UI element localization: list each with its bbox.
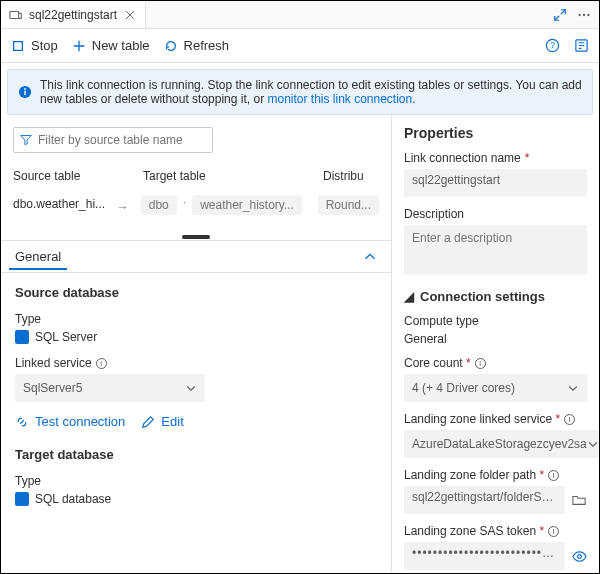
table-row[interactable]: dbo.weather_hi... → dbo · weather_histor… <box>13 188 379 222</box>
svg-rect-4 <box>14 41 23 50</box>
expand-icon[interactable] <box>553 8 567 22</box>
sql-database-icon <box>15 492 29 506</box>
svg-point-3 <box>587 13 589 15</box>
lzfp-label: Landing zone folder pathi <box>404 468 587 482</box>
info-icon[interactable]: i <box>475 358 486 369</box>
info-icon[interactable]: i <box>564 414 575 425</box>
source-db-heading: Source database <box>15 285 377 300</box>
filter-input[interactable] <box>38 133 206 147</box>
plus-icon <box>72 39 86 53</box>
chevron-down-icon <box>587 438 599 450</box>
arrow-icon: → <box>116 200 128 214</box>
tab-title: sql22gettingstart <box>29 8 117 22</box>
edit-button[interactable]: Edit <box>141 414 183 429</box>
svg-text:?: ? <box>550 40 555 50</box>
link-icon <box>15 415 29 429</box>
info-icon[interactable]: i <box>96 358 107 369</box>
target-table: weather_history... <box>192 195 302 215</box>
triangle-down-icon: ◢ <box>404 289 414 304</box>
target-type-label: Type <box>15 474 377 488</box>
svg-rect-9 <box>24 91 25 95</box>
description-input[interactable]: Enter a description <box>404 225 587 275</box>
lzls-label: Landing zone linked servicei <box>404 412 587 426</box>
annotation-circle <box>397 570 517 573</box>
lzls-select[interactable]: AzureDataLakeStoragezcyev2sa <box>404 430 599 458</box>
distribution-value: Round... <box>318 195 379 215</box>
refresh-button[interactable]: Refresh <box>164 38 230 53</box>
compute-type-label: Compute type <box>404 314 587 328</box>
core-count-label: Core counti <box>404 356 587 370</box>
connection-settings-heading[interactable]: ◢ Connection settings <box>404 289 587 304</box>
linked-service-select[interactable]: SqlServer5 <box>15 374 205 402</box>
header-distribution[interactable]: Distribu <box>323 169 379 183</box>
description-label: Description <box>404 207 587 221</box>
source-type-label: Type <box>15 312 377 326</box>
link-name-input[interactable]: sql22gettingstart <box>404 169 587 197</box>
header-source[interactable]: Source table <box>13 169 143 183</box>
svg-point-2 <box>583 13 585 15</box>
properties-heading: Properties <box>404 125 587 141</box>
lzfp-input[interactable]: sql22gettingstart/folderSql22gettin... <box>404 486 565 514</box>
document-tab[interactable]: sql22gettingstart <box>1 1 146 28</box>
folder-icon[interactable] <box>571 492 587 508</box>
link-connection-icon <box>9 8 23 22</box>
svg-point-11 <box>577 554 581 558</box>
lzst-input[interactable]: •••••••••••••••••••••••••••••••••• <box>404 542 565 570</box>
new-table-button[interactable]: New table <box>72 38 150 53</box>
linked-service-label: Linked servicei <box>15 356 377 370</box>
target-schema: dbo <box>141 195 177 215</box>
stop-button[interactable]: Stop <box>11 38 58 53</box>
info-icon[interactable]: i <box>548 470 559 481</box>
eye-icon[interactable] <box>571 548 587 564</box>
tables-grid: Source table Target table Distribu dbo.w… <box>13 165 379 222</box>
lzst-label: Landing zone SAS tokeni <box>404 524 587 538</box>
pencil-icon <box>141 415 155 429</box>
collapse-icon[interactable] <box>363 250 383 264</box>
link-name-label: Link connection name <box>404 151 587 165</box>
svg-rect-0 <box>10 11 19 18</box>
svg-point-1 <box>578 13 580 15</box>
svg-point-10 <box>24 88 26 90</box>
new-table-label: New table <box>92 38 150 53</box>
source-type-value: SQL Server <box>15 330 377 344</box>
target-type-value: SQL database <box>15 492 377 506</box>
core-count-select[interactable]: 4 (+ 4 Driver cores) <box>404 374 587 402</box>
stop-label: Stop <box>31 38 58 53</box>
info-icon <box>18 78 32 106</box>
compute-type-value: General <box>404 332 587 346</box>
banner-text: This link connection is running. Stop th… <box>40 78 582 106</box>
more-menu-icon[interactable] <box>577 8 591 22</box>
filter-input-wrap[interactable] <box>13 127 213 153</box>
info-icon[interactable]: i <box>548 526 559 537</box>
chevron-down-icon <box>185 382 197 394</box>
source-table-name: dbo.weather_hi... <box>13 197 105 211</box>
target-db-heading: Target database <box>15 447 377 462</box>
help-icon[interactable]: ? <box>545 38 560 53</box>
stop-icon <box>11 39 25 53</box>
refresh-icon <box>164 39 178 53</box>
test-connection-button[interactable]: Test connection <box>15 414 125 429</box>
refresh-label: Refresh <box>184 38 230 53</box>
sql-server-icon <box>15 330 29 344</box>
feedback-icon[interactable] <box>574 38 589 53</box>
chevron-down-icon <box>567 382 579 394</box>
tab-general[interactable]: General <box>9 243 67 270</box>
info-banner: This link connection is running. Stop th… <box>7 69 593 115</box>
close-icon[interactable] <box>123 8 137 22</box>
filter-icon <box>20 134 32 146</box>
header-target[interactable]: Target table <box>143 169 323 183</box>
monitor-link[interactable]: monitor this link connection. <box>267 92 415 106</box>
